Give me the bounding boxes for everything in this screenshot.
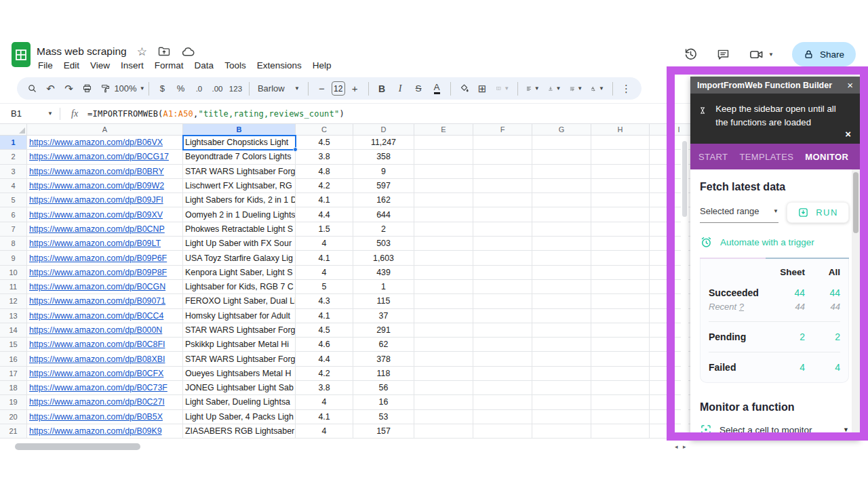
reviews-cell[interactable]: 378 <box>353 352 414 366</box>
title-cell[interactable]: Pskikkp Lightsaber Metal Hi <box>183 338 296 352</box>
menu-item[interactable]: Insert <box>115 59 149 72</box>
rating-cell[interactable]: 1.5 <box>296 222 353 237</box>
url-link[interactable]: https://www.amazon.com/dp/B0CNP <box>29 224 165 234</box>
row-header[interactable]: 20 <box>0 410 27 424</box>
empty-cell[interactable] <box>473 294 532 308</box>
reviews-cell[interactable]: 118 <box>353 367 414 381</box>
empty-cell[interactable] <box>591 338 650 352</box>
chevron-down-icon[interactable]: ▼ <box>843 427 849 433</box>
empty-cell[interactable] <box>473 424 532 439</box>
name-box[interactable]: B1 ▼ <box>0 108 60 119</box>
column-header-i[interactable]: I <box>650 124 690 136</box>
rating-cell[interactable]: 4.2 <box>296 367 353 381</box>
empty-cell[interactable] <box>473 150 532 164</box>
row-header[interactable]: 1 <box>0 136 27 150</box>
empty-cell[interactable] <box>532 395 591 409</box>
empty-cell[interactable] <box>591 424 650 439</box>
empty-cell[interactable] <box>414 136 473 150</box>
decrease-font-size-button[interactable]: − <box>313 80 330 98</box>
monitor-cell-select[interactable]: Select a cell to monitor ▼ <box>700 424 849 436</box>
empty-cell[interactable] <box>591 237 650 251</box>
formula-input[interactable]: =IMPORTFROMWEB(A1:A50,"title,rating,revi… <box>87 109 344 119</box>
url-cell[interactable]: https://www.amazon.com/dp/B09K9 <box>27 424 183 439</box>
empty-cell[interactable] <box>473 266 532 280</box>
sheet-horizontal-scrollbar[interactable]: ◂ ▸ <box>0 443 689 451</box>
rating-cell[interactable]: 4.1 <box>296 309 353 323</box>
url-cell[interactable]: https://www.amazon.com/dp/B0CG17 <box>27 150 183 164</box>
empty-cell[interactable] <box>591 136 650 150</box>
empty-cell[interactable] <box>473 251 532 265</box>
horizontal-align-button[interactable]: ▼ <box>523 80 543 98</box>
reviews-cell[interactable]: 53 <box>353 410 414 424</box>
empty-cell[interactable] <box>532 381 591 395</box>
row-header[interactable]: 19 <box>0 395 27 409</box>
column-header-f[interactable]: F <box>473 124 532 136</box>
sheet-vertical-scrollbar[interactable] <box>681 136 688 439</box>
empty-cell[interactable] <box>532 251 591 265</box>
menu-item[interactable]: Tools <box>219 59 252 72</box>
empty-cell[interactable] <box>414 251 473 265</box>
font-size-input[interactable]: 12 <box>332 81 345 96</box>
title-cell[interactable]: Oueyes Lightsabers Metal H <box>183 367 296 381</box>
empty-cell[interactable] <box>473 381 532 395</box>
rating-cell[interactable]: 4.3 <box>296 294 353 308</box>
search-menus-button[interactable] <box>24 80 41 98</box>
reviews-cell[interactable]: 1 <box>353 280 414 294</box>
rating-cell[interactable]: 4.2 <box>296 179 353 193</box>
empty-cell[interactable] <box>473 136 532 150</box>
url-cell[interactable]: https://www.amazon.com/dp/B0C27I <box>27 395 183 409</box>
empty-cell[interactable] <box>591 207 650 222</box>
empty-cell[interactable] <box>591 294 650 308</box>
url-link[interactable]: https://www.amazon.com/dp/B09P8F <box>29 268 167 277</box>
url-cell[interactable]: https://www.amazon.com/dp/B0CGN <box>27 280 183 294</box>
empty-cell[interactable] <box>591 280 650 294</box>
rating-cell[interactable]: 3.8 <box>296 150 353 164</box>
empty-cell[interactable] <box>414 193 473 207</box>
toast-close-icon[interactable]: × <box>845 129 851 139</box>
rating-cell[interactable]: 4.1 <box>296 193 353 207</box>
empty-cell[interactable] <box>473 280 532 294</box>
row-header[interactable]: 7 <box>0 222 27 237</box>
empty-cell[interactable] <box>591 266 650 280</box>
chevron-down-icon[interactable]: ▼ <box>768 52 774 58</box>
url-link[interactable]: https://www.amazon.com/dp/B0BRY <box>29 167 164 176</box>
strikethrough-button[interactable]: S <box>410 80 427 98</box>
reviews-cell[interactable]: 62 <box>353 338 414 352</box>
rating-cell[interactable]: 4.1 <box>296 251 353 265</box>
url-cell[interactable]: https://www.amazon.com/dp/B09W2 <box>27 179 183 193</box>
url-cell[interactable]: https://www.amazon.com/dp/B0C73F <box>27 381 183 395</box>
sidebar-scrollbar[interactable] <box>852 169 860 441</box>
rating-cell[interactable]: 4.4 <box>296 352 353 366</box>
url-link[interactable]: https://www.amazon.com/dp/B08XBI <box>29 354 165 364</box>
column-header-c[interactable]: C <box>296 124 353 136</box>
empty-cell[interactable] <box>532 323 591 338</box>
empty-cell[interactable] <box>414 323 473 338</box>
title-cell[interactable]: JONEG Lightsaber Light Sab <box>183 381 296 395</box>
url-cell[interactable]: https://www.amazon.com/dp/B0B5X <box>27 410 183 424</box>
empty-cell[interactable] <box>473 222 532 237</box>
url-cell[interactable]: https://www.amazon.com/dp/B0BRY <box>27 165 183 179</box>
increase-font-size-button[interactable]: + <box>347 80 363 98</box>
empty-cell[interactable] <box>591 367 650 381</box>
empty-cell[interactable] <box>591 381 650 395</box>
empty-cell[interactable] <box>473 179 532 193</box>
title-cell[interactable]: Beyondtrade 7 Colors Lights <box>183 150 296 164</box>
cloud-status-icon[interactable] <box>181 45 195 59</box>
empty-cell[interactable] <box>414 280 473 294</box>
menu-item[interactable]: View <box>85 59 115 72</box>
title-cell[interactable]: Light Up Saber with FX Sour <box>183 237 296 251</box>
empty-cell[interactable] <box>532 193 591 207</box>
title-cell[interactable]: Phokwes Retractable Light S <box>183 222 296 237</box>
tab-start[interactable]: START <box>698 152 728 162</box>
text-wrap-button[interactable]: ▼ <box>566 80 587 98</box>
reviews-cell[interactable]: 503 <box>353 237 414 251</box>
title-cell[interactable]: Light Sabers for Kids, 2 in 1 D <box>183 193 296 207</box>
title-cell[interactable]: Oomyeh 2 in 1 Dueling Lights <box>183 207 296 222</box>
row-header[interactable]: 21 <box>0 424 27 439</box>
empty-cell[interactable] <box>473 367 532 381</box>
empty-cell[interactable] <box>591 395 650 409</box>
row-header[interactable]: 14 <box>0 323 27 338</box>
url-link[interactable]: https://www.amazon.com/dp/B09JFI <box>29 195 163 205</box>
empty-cell[interactable] <box>414 352 473 366</box>
url-cell[interactable]: https://www.amazon.com/dp/B08XBI <box>27 352 183 366</box>
